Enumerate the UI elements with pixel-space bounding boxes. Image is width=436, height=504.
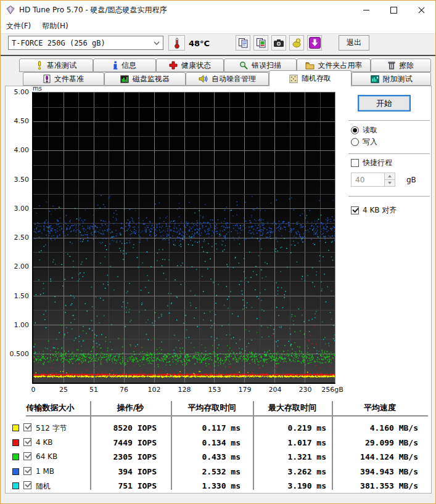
series-color-swatch [12, 453, 19, 460]
quick-range-value: 40 [352, 173, 384, 186]
tab-label: 健康状态 [181, 60, 211, 71]
series-checkbox[interactable] [23, 467, 31, 475]
menu-file[interactable]: 文件(F) [1, 19, 36, 33]
file-benchmark-icon [43, 75, 51, 83]
write-radio[interactable]: 写入 [351, 137, 377, 147]
align-4kb-label: 4 KB 对齐 [363, 205, 397, 216]
window-title: HD Tune Pro 5.70 - 硬盘/固态硬盘实用程序 [19, 5, 167, 15]
series-label: 64 KB [36, 452, 57, 461]
checkbox-checked-icon [351, 206, 359, 214]
temperature-button[interactable] [168, 35, 185, 51]
x-tick-label: 256gB [319, 386, 346, 394]
tab-label: 磁盘监视器 [133, 74, 170, 84]
extra-tests-icon [371, 75, 379, 83]
align-4kb-checkbox[interactable]: 4 KB 对齐 [351, 205, 397, 216]
tab-disk-monitor[interactable]: 磁盘监视器 [104, 72, 186, 86]
copy-text-button[interactable] [236, 35, 250, 51]
tab-label: 基准测试 [47, 60, 76, 71]
ops-value: 7449 IOPS [113, 438, 157, 447]
quick-range-spinner[interactable]: 40 [351, 173, 395, 187]
y-tick-label: 2.00 [7, 262, 29, 270]
tab-file-benchmark[interactable]: 文件基准 [23, 72, 104, 86]
tab-erase[interactable]: 擦除 [371, 59, 431, 72]
camera-icon [273, 39, 284, 47]
info-icon [113, 61, 118, 70]
max-time-value: 3.190 ms [287, 481, 326, 490]
series-label: 512 字节 [36, 423, 67, 434]
avg-speed-value: 29.099 MB/s [365, 438, 418, 447]
quick-range-checkbox[interactable]: 快捷行程 [351, 158, 392, 168]
y-tick-label: 4.00 [7, 146, 29, 154]
tab-extra-tests[interactable]: 附加测试 [352, 72, 431, 86]
series-checkbox[interactable] [23, 423, 31, 431]
exit-button[interactable]: 退出 [339, 35, 369, 51]
x-tick-label: 76 [113, 386, 134, 394]
menu-help[interactable]: 帮助(H) [36, 19, 73, 33]
x-tick-label: 0 [23, 386, 44, 394]
radio-selected-icon [351, 126, 359, 134]
donate-button[interactable] [289, 35, 304, 51]
series-label: 4 KB [36, 438, 53, 447]
max-time-value: 3.262 ms [287, 467, 326, 476]
read-radio[interactable]: 读取 [351, 125, 377, 136]
avg-speed-value: 4.160 MB/s [370, 423, 418, 433]
series-checkbox[interactable] [23, 481, 31, 489]
close-button[interactable] [408, 1, 435, 19]
max-time-value: 1.017 ms [287, 438, 326, 447]
avg-time-value: 0.134 ms [202, 438, 241, 447]
series-checkbox[interactable] [23, 438, 31, 446]
tab-random-access[interactable]: 随机存取 [269, 70, 352, 86]
table-row-4kb: 4 KB 7449 IOPS 0.134 ms 1.017 ms 29.099 … [6, 438, 431, 449]
minimize-button[interactable] [352, 1, 380, 19]
random-access-icon [289, 75, 298, 83]
spinner-down-button[interactable] [385, 179, 395, 186]
start-button-label: 开始 [376, 98, 392, 109]
table-row-512b: 512 字节 8520 IOPS 0.117 ms 0.219 ms 4.160… [6, 423, 431, 434]
tab-aam[interactable]: 自动噪音管理 [186, 72, 269, 86]
download-arrow-icon [309, 37, 321, 49]
drive-select[interactable]: T-FORCE 250G (256 gB) [8, 36, 163, 50]
table-row-random: 随机 751 IOPS 1.330 ms 3.190 ms 381.353 MB… [6, 481, 431, 492]
series-checkbox[interactable] [23, 452, 31, 460]
chevron-down-icon [154, 41, 160, 45]
screenshot-button[interactable] [271, 35, 286, 51]
maximize-button[interactable] [380, 1, 408, 19]
avg-speed-value: 394.943 MB/s [360, 467, 418, 476]
minimize-icon [363, 10, 369, 10]
radio-unselected-icon [351, 138, 359, 146]
disk-monitor-icon [120, 75, 129, 83]
tab-label: 信息 [121, 60, 136, 71]
y-axis-unit-label: ms [33, 85, 42, 92]
maximize-icon [390, 7, 397, 14]
tab-benchmark[interactable]: 基准测试 [19, 59, 93, 72]
toolbar: T-FORCE 250G (256 gB) 48°C 退出 [1, 34, 435, 55]
copy-image-icon [256, 38, 266, 48]
tab-label: 随机存取 [302, 73, 331, 84]
avg-speed-value: 381.353 MB/s [360, 481, 418, 490]
x-tick-label: 102 [144, 386, 165, 394]
x-tick-label: 25 [53, 386, 74, 394]
app-window: HD Tune Pro 5.70 - 硬盘/固态硬盘实用程序 文件(F) 帮助(… [0, 0, 436, 504]
col-header-avg-speed: 平均速度 [332, 402, 428, 413]
spinner-up-button[interactable] [385, 173, 395, 179]
tab-info[interactable]: 信息 [93, 59, 156, 72]
checkbox-unchecked-icon [351, 159, 359, 167]
series-color-swatch [12, 482, 19, 489]
panel-divider [348, 153, 430, 154]
x-tick-label: 204 [265, 386, 286, 394]
series-label: 1 MB [36, 467, 54, 476]
tab-label: 自动噪音管理 [212, 74, 256, 84]
tab-label: 文件基准 [54, 74, 84, 84]
copy-image-button[interactable] [253, 35, 268, 51]
erase-icon [388, 61, 395, 70]
y-tick-label: 4.50 [7, 117, 29, 125]
save-results-button[interactable] [307, 35, 322, 51]
tab-health[interactable]: 健康状态 [156, 59, 224, 72]
error-scan-icon [239, 61, 248, 70]
ops-value: 394 IOPS [118, 467, 157, 476]
quick-range-label: 快捷行程 [363, 158, 392, 168]
start-button[interactable]: 开始 [358, 95, 411, 112]
x-tick-label: 51 [83, 386, 104, 394]
series-color-swatch [12, 425, 19, 431]
toolbar-divider [1, 55, 435, 56]
